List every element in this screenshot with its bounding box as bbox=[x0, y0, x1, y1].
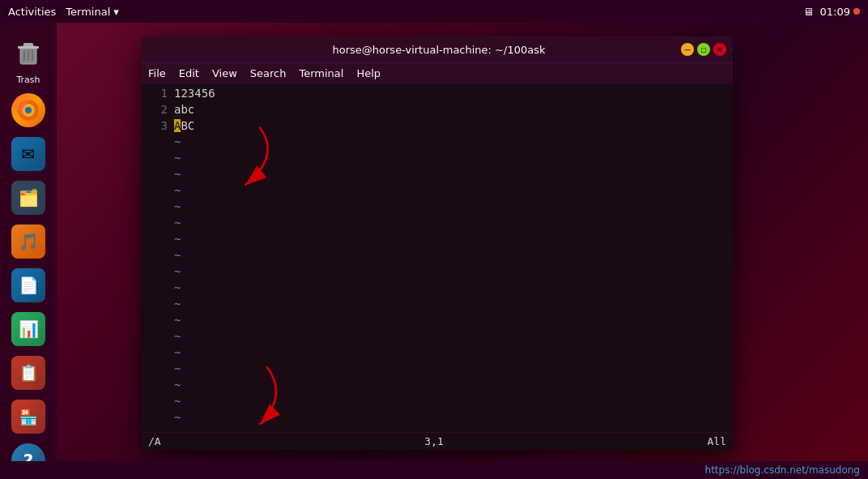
tilde-10: ~ bbox=[148, 281, 726, 297]
dock-store[interactable]: 🏪 bbox=[10, 398, 47, 435]
tilde-12: ~ bbox=[148, 314, 726, 330]
tilde-11: ~ bbox=[148, 297, 726, 314]
terminal-statusbar: /A 3,1 All bbox=[142, 432, 733, 450]
svg-rect-2 bbox=[18, 46, 39, 49]
terminal-titlebar: horse@horse-virtual-machine: ~/100ask ─ … bbox=[142, 36, 733, 62]
dock: Trash ✉️ 🗂️ 🎵 📄 bbox=[0, 23, 57, 479]
trash-label: Trash bbox=[16, 75, 40, 85]
impress-icon: 📋 bbox=[11, 356, 45, 390]
activities-button[interactable]: Activities bbox=[8, 6, 56, 18]
menu-search[interactable]: Search bbox=[250, 67, 287, 79]
statusbar-scroll: All bbox=[708, 435, 726, 447]
tilde-3: ~ bbox=[148, 168, 726, 184]
close-button[interactable]: ✕ bbox=[713, 43, 726, 56]
tilde-5: ~ bbox=[148, 200, 726, 216]
dock-impress[interactable]: 📋 bbox=[10, 354, 47, 391]
tilde-1: ~ bbox=[148, 135, 726, 152]
line-content-2: abc bbox=[174, 103, 194, 116]
terminal-menubar: File Edit View Search Terminal Help bbox=[142, 62, 733, 83]
tilde-14: ~ bbox=[148, 346, 726, 362]
terminal-app-menu[interactable]: Terminal ▾ bbox=[66, 6, 118, 18]
store-icon: 🏪 bbox=[11, 400, 45, 434]
blog-link[interactable]: https://blog.csdn.net/masudong bbox=[705, 464, 860, 476]
tilde-4: ~ bbox=[148, 184, 726, 200]
clock-icon: 🖥 bbox=[803, 6, 814, 18]
svg-point-8 bbox=[25, 107, 32, 113]
tilde-8: ~ bbox=[148, 249, 726, 265]
music-icon: 🎵 bbox=[11, 225, 45, 259]
minimize-button[interactable]: ─ bbox=[681, 43, 694, 56]
line-content-1: 123456 bbox=[174, 87, 215, 100]
trash-icon bbox=[10, 34, 47, 71]
tilde-17: ~ bbox=[148, 395, 726, 411]
terminal-title: horse@horse-virtual-machine: ~/100ask bbox=[197, 44, 681, 56]
tilde-15: ~ bbox=[148, 362, 726, 378]
menu-view[interactable]: View bbox=[212, 67, 237, 79]
dock-files[interactable]: 🗂️ bbox=[10, 179, 47, 216]
dock-writer[interactable]: 📄 bbox=[10, 267, 47, 304]
clock-display: 01:09 bbox=[820, 6, 860, 18]
dock-music[interactable]: 🎵 bbox=[10, 223, 47, 260]
notification-dot bbox=[853, 8, 860, 15]
cursor: A bbox=[174, 119, 181, 132]
menu-terminal[interactable]: Terminal bbox=[299, 67, 343, 79]
dock-calc[interactable]: 📊 bbox=[10, 310, 47, 348]
email-icon: ✉️ bbox=[11, 137, 45, 171]
line-number-3: 3 bbox=[151, 119, 168, 132]
firefox-icon bbox=[11, 93, 45, 127]
tilde-13: ~ bbox=[148, 330, 726, 346]
line-number-1: 1 bbox=[151, 87, 168, 100]
terminal-window: horse@horse-virtual-machine: ~/100ask ─ … bbox=[142, 36, 733, 450]
dock-email[interactable]: ✉️ bbox=[10, 135, 47, 173]
trash-icon-container[interactable]: Trash bbox=[10, 34, 47, 85]
line-number-2: 2 bbox=[151, 103, 168, 116]
writer-icon: 📄 bbox=[11, 268, 45, 302]
maximize-button[interactable]: □ bbox=[697, 43, 710, 56]
terminal-app-chevron: ▾ bbox=[113, 6, 119, 18]
tilde-19: ~ bbox=[148, 427, 726, 432]
dock-firefox[interactable] bbox=[10, 92, 47, 129]
line-content-3: ABC bbox=[174, 119, 194, 132]
tilde-2: ~ bbox=[148, 152, 726, 168]
menu-file[interactable]: File bbox=[148, 67, 166, 79]
tilde-7: ~ bbox=[148, 233, 726, 249]
terminal-app-label: Terminal bbox=[66, 6, 110, 18]
tilde-16: ~ bbox=[148, 378, 726, 395]
tilde-6: ~ bbox=[148, 216, 726, 233]
statusbar-search: /A bbox=[148, 435, 161, 447]
clock-time: 01:09 bbox=[820, 6, 850, 18]
bottom-bar: https://blog.csdn.net/masudong bbox=[0, 461, 868, 479]
editor-line-3: 3 ABC bbox=[148, 119, 726, 135]
tilde-18: ~ bbox=[148, 411, 726, 427]
desktop: Activities Terminal ▾ 🖥 01:09 bbox=[0, 0, 868, 479]
tilde-9: ~ bbox=[148, 265, 726, 281]
statusbar-position: 3,1 bbox=[424, 435, 443, 447]
topbar: Activities Terminal ▾ 🖥 01:09 bbox=[0, 0, 868, 23]
menu-edit[interactable]: Edit bbox=[179, 67, 199, 79]
menu-help[interactable]: Help bbox=[356, 67, 381, 79]
editor-line-1: 1 123456 bbox=[148, 87, 726, 103]
files-icon: 🗂️ bbox=[11, 181, 45, 215]
terminal-content[interactable]: 1 123456 2 abc 3 ABC ~ ~ ~ ~ ~ ~ ~ ~ bbox=[142, 83, 733, 432]
editor-line-2: 2 abc bbox=[148, 103, 726, 119]
calc-icon: 📊 bbox=[11, 312, 45, 346]
window-controls: ─ □ ✕ bbox=[681, 43, 726, 56]
